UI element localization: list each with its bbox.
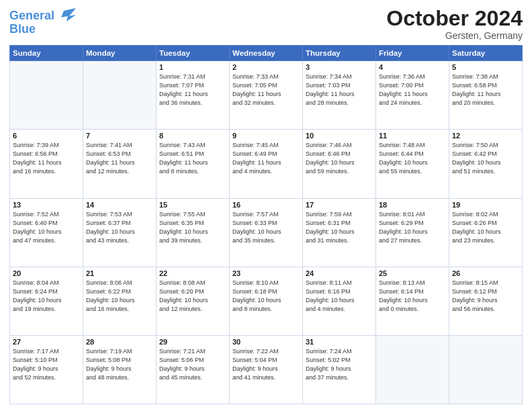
day-info: Sunrise: 7:52 AMSunset: 6:40 PMDaylight:… xyxy=(13,210,80,245)
day-info: Sunrise: 8:01 AMSunset: 6:29 PMDaylight:… xyxy=(379,210,446,245)
day-info: Sunrise: 7:36 AMSunset: 7:00 PMDaylight:… xyxy=(379,73,446,107)
calendar-cell: 22Sunrise: 8:08 AMSunset: 6:20 PMDayligh… xyxy=(157,267,230,335)
calendar-cell: 18Sunrise: 8:01 AMSunset: 6:29 PMDayligh… xyxy=(376,198,449,267)
day-info: Sunrise: 7:33 AMSunset: 7:05 PMDaylight:… xyxy=(232,73,300,107)
day-number: 28 xyxy=(86,338,153,346)
calendar-cell: 19Sunrise: 8:02 AMSunset: 6:26 PMDayligh… xyxy=(449,198,523,267)
calendar-cell xyxy=(449,335,523,404)
day-number: 23 xyxy=(232,269,300,277)
calendar-cell: 4Sunrise: 7:36 AMSunset: 7:00 PMDaylight… xyxy=(376,61,449,130)
day-number: 20 xyxy=(13,269,80,277)
day-info: Sunrise: 7:53 AMSunset: 6:37 PMDaylight:… xyxy=(86,210,153,245)
day-number: 25 xyxy=(379,269,446,277)
day-number: 5 xyxy=(452,63,519,71)
day-info: Sunrise: 8:06 AMSunset: 6:22 PMDaylight:… xyxy=(86,279,153,314)
day-number: 26 xyxy=(452,269,519,277)
day-number: 12 xyxy=(452,132,519,140)
day-number: 11 xyxy=(379,132,446,140)
day-info: Sunrise: 7:50 AMSunset: 6:42 PMDaylight:… xyxy=(452,141,519,176)
calendar-cell: 12Sunrise: 7:50 AMSunset: 6:42 PMDayligh… xyxy=(449,130,523,198)
day-info: Sunrise: 7:22 AMSunset: 5:04 PMDaylight:… xyxy=(232,347,300,382)
weekday-header-monday: Monday xyxy=(83,46,157,61)
day-number: 14 xyxy=(86,201,153,209)
calendar-cell: 1Sunrise: 7:31 AMSunset: 7:07 PMDaylight… xyxy=(157,61,230,130)
weekday-header-wednesday: Wednesday xyxy=(230,46,303,61)
day-number: 16 xyxy=(232,201,300,209)
day-number: 8 xyxy=(159,132,226,140)
calendar-table: SundayMondayTuesdayWednesdayThursdayFrid… xyxy=(9,45,523,404)
day-number: 3 xyxy=(306,63,373,71)
calendar-cell: 20Sunrise: 8:04 AMSunset: 6:24 PMDayligh… xyxy=(10,267,83,335)
header: General Blue October 2024 Gersten, Germa… xyxy=(9,7,523,41)
day-info: Sunrise: 8:08 AMSunset: 6:20 PMDaylight:… xyxy=(159,279,226,314)
calendar-cell: 2Sunrise: 7:33 AMSunset: 7:05 PMDaylight… xyxy=(230,61,303,130)
week-row-2: 13Sunrise: 7:52 AMSunset: 6:40 PMDayligh… xyxy=(10,198,523,267)
week-row-0: 1Sunrise: 7:31 AMSunset: 7:07 PMDaylight… xyxy=(10,61,523,130)
day-info: Sunrise: 7:19 AMSunset: 5:08 PMDaylight:… xyxy=(86,347,153,382)
day-info: Sunrise: 8:02 AMSunset: 6:26 PMDaylight:… xyxy=(452,210,519,245)
calendar-cell: 10Sunrise: 7:46 AMSunset: 6:46 PMDayligh… xyxy=(303,130,376,198)
calendar-cell: 5Sunrise: 7:38 AMSunset: 6:58 PMDaylight… xyxy=(449,61,523,130)
day-number: 30 xyxy=(232,338,300,346)
day-number: 29 xyxy=(159,338,226,346)
day-info: Sunrise: 7:31 AMSunset: 7:07 PMDaylight:… xyxy=(159,73,226,107)
title-block: October 2024 Gersten, Germany xyxy=(386,7,523,41)
day-info: Sunrise: 7:59 AMSunset: 6:31 PMDaylight:… xyxy=(306,210,373,245)
day-info: Sunrise: 8:11 AMSunset: 6:16 PMDaylight:… xyxy=(306,279,373,314)
day-number: 9 xyxy=(232,132,300,140)
day-info: Sunrise: 8:10 AMSunset: 6:18 PMDaylight:… xyxy=(232,279,300,314)
day-info: Sunrise: 8:13 AMSunset: 6:14 PMDaylight:… xyxy=(379,279,446,314)
day-number: 27 xyxy=(13,338,80,346)
logo-bird-icon xyxy=(57,7,76,26)
day-info: Sunrise: 7:38 AMSunset: 6:58 PMDaylight:… xyxy=(452,73,519,107)
day-number: 4 xyxy=(379,63,446,71)
day-info: Sunrise: 8:04 AMSunset: 6:24 PMDaylight:… xyxy=(13,279,80,314)
location: Gersten, Germany xyxy=(386,30,523,41)
calendar-cell: 11Sunrise: 7:48 AMSunset: 6:44 PMDayligh… xyxy=(376,130,449,198)
logo: General Blue xyxy=(9,7,76,36)
day-info: Sunrise: 7:45 AMSunset: 6:49 PMDaylight:… xyxy=(232,141,300,176)
page: General Blue October 2024 Gersten, Germa… xyxy=(0,0,532,411)
calendar-cell: 14Sunrise: 7:53 AMSunset: 6:37 PMDayligh… xyxy=(83,198,157,267)
day-number: 15 xyxy=(159,201,226,209)
day-info: Sunrise: 7:17 AMSunset: 5:10 PMDaylight:… xyxy=(13,347,80,382)
day-info: Sunrise: 7:55 AMSunset: 6:35 PMDaylight:… xyxy=(159,210,226,245)
calendar-cell: 15Sunrise: 7:55 AMSunset: 6:35 PMDayligh… xyxy=(157,198,230,267)
week-row-1: 6Sunrise: 7:39 AMSunset: 6:56 PMDaylight… xyxy=(10,130,523,198)
day-number: 21 xyxy=(86,269,153,277)
weekday-header-saturday: Saturday xyxy=(449,46,523,61)
calendar-cell: 21Sunrise: 8:06 AMSunset: 6:22 PMDayligh… xyxy=(83,267,157,335)
day-info: Sunrise: 7:41 AMSunset: 6:53 PMDaylight:… xyxy=(86,141,153,176)
calendar-cell: 27Sunrise: 7:17 AMSunset: 5:10 PMDayligh… xyxy=(10,335,83,404)
calendar-cell: 9Sunrise: 7:45 AMSunset: 6:49 PMDaylight… xyxy=(230,130,303,198)
day-info: Sunrise: 7:24 AMSunset: 5:02 PMDaylight:… xyxy=(306,347,373,382)
calendar-header-row: SundayMondayTuesdayWednesdayThursdayFrid… xyxy=(10,46,523,61)
week-row-3: 20Sunrise: 8:04 AMSunset: 6:24 PMDayligh… xyxy=(10,267,523,335)
day-number: 7 xyxy=(86,132,153,140)
calendar-cell: 24Sunrise: 8:11 AMSunset: 6:16 PMDayligh… xyxy=(303,267,376,335)
day-number: 19 xyxy=(452,201,519,209)
day-number: 10 xyxy=(306,132,373,140)
weekday-header-friday: Friday xyxy=(376,46,449,61)
day-info: Sunrise: 8:15 AMSunset: 6:12 PMDaylight:… xyxy=(452,279,519,314)
day-info: Sunrise: 7:57 AMSunset: 6:33 PMDaylight:… xyxy=(232,210,300,245)
day-number: 24 xyxy=(306,269,373,277)
weekday-header-sunday: Sunday xyxy=(10,46,83,61)
calendar-cell: 28Sunrise: 7:19 AMSunset: 5:08 PMDayligh… xyxy=(83,335,157,404)
day-info: Sunrise: 7:34 AMSunset: 7:03 PMDaylight:… xyxy=(306,73,373,107)
day-number: 22 xyxy=(159,269,226,277)
day-info: Sunrise: 7:48 AMSunset: 6:44 PMDaylight:… xyxy=(379,141,446,176)
day-number: 2 xyxy=(232,63,300,71)
day-number: 1 xyxy=(159,63,226,71)
day-info: Sunrise: 7:43 AMSunset: 6:51 PMDaylight:… xyxy=(159,141,226,176)
day-info: Sunrise: 7:39 AMSunset: 6:56 PMDaylight:… xyxy=(13,141,80,176)
calendar-cell: 16Sunrise: 7:57 AMSunset: 6:33 PMDayligh… xyxy=(230,198,303,267)
calendar-cell: 6Sunrise: 7:39 AMSunset: 6:56 PMDaylight… xyxy=(10,130,83,198)
calendar-cell: 8Sunrise: 7:43 AMSunset: 6:51 PMDaylight… xyxy=(157,130,230,198)
calendar-cell: 17Sunrise: 7:59 AMSunset: 6:31 PMDayligh… xyxy=(303,198,376,267)
calendar-cell xyxy=(376,335,449,404)
calendar-cell: 31Sunrise: 7:24 AMSunset: 5:02 PMDayligh… xyxy=(303,335,376,404)
calendar-cell: 3Sunrise: 7:34 AMSunset: 7:03 PMDaylight… xyxy=(303,61,376,130)
weekday-header-thursday: Thursday xyxy=(303,46,376,61)
day-number: 13 xyxy=(13,201,80,209)
